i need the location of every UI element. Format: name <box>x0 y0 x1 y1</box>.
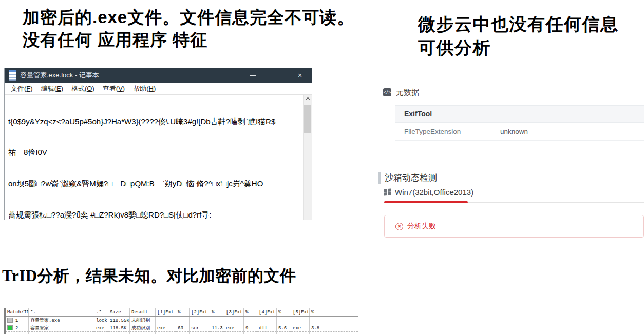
cell-result: 未能识别 <box>130 317 156 324</box>
trid-header-row: Match/ID *. .* Size Result [1]Ext % [2]E… <box>5 308 358 317</box>
cell: 63 <box>176 324 190 332</box>
close-icon: × <box>298 71 302 80</box>
col-header: [4]Ext <box>257 308 277 317</box>
minimize-button[interactable] <box>241 68 264 83</box>
heading-threatbook: 微步云中也没有任何信息 可供分析 <box>418 12 619 60</box>
heading-line: 微步云中也没有任何信息 <box>418 12 619 36</box>
table-empty-row <box>5 332 358 334</box>
exif-value: unknown <box>500 128 528 135</box>
cell: exe <box>156 324 176 332</box>
row-id: 1 <box>15 318 18 323</box>
maximize-button[interactable] <box>264 68 288 83</box>
col-header: % <box>210 308 224 317</box>
cell <box>257 317 277 324</box>
notepad-menubar: 文件(F) 编辑(E) 格式(O) 查看(V) 帮助(H) <box>5 83 312 95</box>
cell-filename: 容量管家 <box>29 324 94 332</box>
col-header: [5]Ext <box>291 308 310 317</box>
menu-item-file[interactable]: 文件(F) <box>7 84 37 93</box>
menu-item-edit[interactable]: 编辑(E) <box>37 84 67 93</box>
cell: 3.8 <box>310 324 358 332</box>
col-header: [1]Ext <box>156 308 176 317</box>
cell <box>176 317 190 324</box>
row-marker <box>7 325 13 330</box>
vertical-scrollbar[interactable] <box>303 95 312 220</box>
col-header: % <box>310 308 358 317</box>
sandbox-section-title: 沙箱动态检测 <box>385 172 437 184</box>
row-id: 2 <box>15 326 18 331</box>
metadata-section-title: 元数据 <box>396 88 419 97</box>
cell <box>190 317 210 324</box>
notepad-window-title: 容量管家.exe.lock - 记事本 <box>20 71 99 80</box>
section-accent-bar <box>378 172 381 184</box>
notepad-titlebar: 容量管家.exe.lock - 记事本 × <box>5 68 312 83</box>
cell <box>224 317 244 324</box>
cell: 9 <box>244 324 257 332</box>
scroll-up-button[interactable] <box>304 95 312 104</box>
cell-size: 118.5K <box>108 324 130 332</box>
heading-line: 可供分析 <box>418 36 619 60</box>
analysis-failed-label: 分析失败 <box>407 222 436 231</box>
heading-line: 加密后的.exe文件。文件信息完全不可读。 <box>23 6 354 29</box>
trid-table-window: Match/ID *. .* Size Result [1]Ext % [2]E… <box>4 308 358 334</box>
window-controls: × <box>241 68 312 83</box>
menu-item-view[interactable]: 查看(V) <box>99 84 129 93</box>
circle-x-icon: ✕ <box>395 223 403 230</box>
maximize-icon <box>274 73 279 78</box>
cell <box>210 317 224 324</box>
col-header: .* <box>94 308 108 317</box>
col-header: [3]Ext <box>224 308 244 317</box>
notepad-text-line: on坝5郾□?w嵛`潊窥&瞖M嬭?□ D□pQM:B `朔yD□恼 脩?^□x'… <box>8 179 302 189</box>
exiftool-row: FileTypeExtension unknown <box>395 123 644 141</box>
exiftool-card: ExifTool FileTypeExtension unknown <box>395 105 644 141</box>
heading-trid-prefix: TrID <box>2 267 37 285</box>
cell <box>291 317 310 324</box>
tab-win7[interactable]: Win7(32bit,Office2013) <box>384 188 473 197</box>
notepad-text-line: 薔规霌張秐□??a灤?ǖ奕 #□Z?Rk)v8嫛□螅RD?□S[仗□d?rf寻: <box>8 210 302 220</box>
analysis-failed-card: ✕ 分析失败 <box>384 215 644 238</box>
col-header: % <box>277 308 291 317</box>
notepad-text-line: t{0$9y&Yzq<z<?aU5p#5oh}J?Ha*W3}(????倏\.U… <box>8 116 302 127</box>
cell <box>310 317 358 324</box>
exif-key: FileTypeExtension <box>404 128 500 135</box>
table-row-original-file[interactable]: 2 容量管家 exe 118.5K 成功识别 exe 63 scr 11.3 e… <box>5 324 358 332</box>
cell-ext: exe <box>94 324 108 332</box>
menu-item-help[interactable]: 帮助(H) <box>129 84 160 93</box>
trid-table: Match/ID *. .* Size Result [1]Ext % [2]E… <box>4 308 358 334</box>
scrollbar-thumb[interactable] <box>304 105 311 133</box>
notepad-window: 容量管家.exe.lock - 记事本 × 文件(F) 编辑(E) 格式(O) … <box>4 68 312 220</box>
heading-line: 没有任何 应用程序 特征 <box>23 29 354 51</box>
active-tab-underline <box>384 201 468 203</box>
col-header: Size <box>108 308 130 317</box>
cell-result: 成功识别 <box>130 324 156 332</box>
section-divider <box>432 93 644 93</box>
code-icon: </> <box>383 88 391 96</box>
col-header: % <box>176 308 190 317</box>
cell <box>156 317 176 324</box>
cell-filename: 容量管家.exe <box>29 317 94 324</box>
close-button[interactable]: × <box>288 68 312 83</box>
cell: exe <box>224 324 244 332</box>
cell-size: 118.55K <box>108 317 130 324</box>
windows-logo-icon <box>384 188 391 195</box>
exiftool-card-header: ExifTool <box>395 106 644 123</box>
col-header: Result <box>130 308 156 317</box>
cell: 11.3 <box>210 324 224 332</box>
cell-ext: lock <box>94 317 108 324</box>
chevron-up-icon <box>305 97 310 103</box>
tab-win7-label: Win7(32bit,Office2013) <box>395 188 473 197</box>
row-marker <box>7 318 13 323</box>
minimize-icon <box>250 75 256 76</box>
col-header: [2]Ext <box>190 308 210 317</box>
notepad-text-area[interactable]: t{0$9y&Yzq<z<?aU5p#5oh}J?Ha*W3}(????倏\.U… <box>5 95 303 220</box>
menu-item-format[interactable]: 格式(O) <box>67 84 99 93</box>
cell <box>277 317 291 324</box>
cell: exe <box>291 324 310 332</box>
cell: dll <box>257 324 277 332</box>
heading-trid-rest: 分析，结果未知。对比加密前的文件 <box>37 267 296 285</box>
cell: 5.6 <box>277 324 291 332</box>
cell <box>244 317 257 324</box>
cell: scr <box>190 324 210 332</box>
table-row-locked-file[interactable]: 1 容量管家.exe lock 118.55K 未能识别 <box>5 317 358 324</box>
col-header: % <box>244 308 257 317</box>
notepad-icon <box>9 70 16 81</box>
